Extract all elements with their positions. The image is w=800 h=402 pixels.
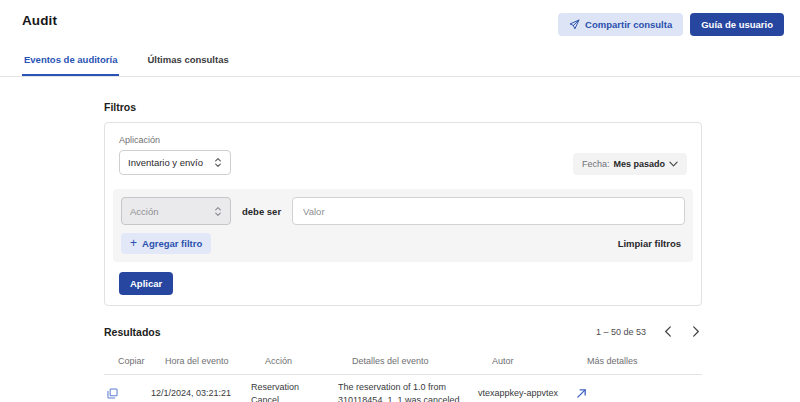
column-header-author: Autor xyxy=(492,356,587,366)
application-label: Aplicación xyxy=(119,135,231,145)
column-header-action: Acción xyxy=(265,356,352,366)
pagination-next-button[interactable] xyxy=(690,324,702,339)
event-details: The reservation of 1.0 from 310118454_1_… xyxy=(338,381,478,402)
operator-label: debe ser xyxy=(242,206,281,217)
application-select-value: Inventario y envío xyxy=(128,157,203,168)
copy-icon xyxy=(107,388,118,399)
page-title: Audit xyxy=(22,13,57,28)
date-filter-value: Mes pasado xyxy=(613,159,665,169)
more-details-button[interactable] xyxy=(576,388,587,399)
external-arrow-icon xyxy=(576,388,587,399)
table-row: 12/1/2024, 03:21:21 Reservation Cancel T… xyxy=(104,375,702,402)
event-action: Reservation Cancel xyxy=(251,381,338,402)
column-header-time: Hora del evento xyxy=(165,356,265,366)
action-select[interactable]: Acción xyxy=(121,197,231,225)
results-heading: Resultados xyxy=(104,326,161,338)
add-filter-label: Agregar filtro xyxy=(142,238,202,249)
clear-filters-link[interactable]: Limpiar filtros xyxy=(618,238,685,249)
tab-last-queries[interactable]: Últimas consultas xyxy=(145,48,230,76)
column-header-more-details: Más detalles xyxy=(587,356,701,366)
date-filter-label: Fecha: xyxy=(582,159,610,169)
pagination-prev-button[interactable] xyxy=(662,324,674,339)
table-header-row: Copiar Hora del evento Acción Detalles d… xyxy=(104,352,702,375)
plus-icon: + xyxy=(130,239,137,248)
event-time: 12/1/2024, 03:21:21 xyxy=(151,387,251,400)
share-query-button[interactable]: Compartir consulta xyxy=(558,13,683,36)
chevron-down-icon xyxy=(669,161,678,167)
apply-label: Aplicar xyxy=(130,278,162,289)
tab-audit-events[interactable]: Eventos de auditoría xyxy=(22,48,119,76)
date-filter-dropdown[interactable]: Fecha: Mes pasado xyxy=(573,153,687,175)
send-icon xyxy=(569,19,580,30)
apply-button[interactable]: Aplicar xyxy=(119,272,173,295)
event-author: vtexappkey-appvtex xyxy=(478,387,573,400)
action-select-placeholder: Acción xyxy=(130,206,159,217)
add-filter-button[interactable]: + Agregar filtro xyxy=(121,233,211,254)
tab-bar: Eventos de auditoría Últimas consultas xyxy=(0,48,800,77)
column-header-copy: Copiar xyxy=(118,356,165,366)
application-select[interactable]: Inventario y envío xyxy=(119,150,231,175)
copy-button[interactable] xyxy=(107,388,118,399)
topbar-actions: Compartir consulta Guía de usuario xyxy=(558,13,784,36)
share-query-label: Compartir consulta xyxy=(585,19,672,30)
top-bar: Audit Compartir consulta Guía de usuario xyxy=(0,0,800,36)
application-field: Aplicación Inventario y envío xyxy=(119,135,231,175)
user-guide-button[interactable]: Guía de usuario xyxy=(690,13,784,36)
value-input[interactable] xyxy=(292,197,685,225)
results-table: Copiar Hora del evento Acción Detalles d… xyxy=(104,352,702,402)
select-caret-icon xyxy=(214,206,222,217)
filters-heading: Filtros xyxy=(104,101,702,113)
filter-condition-box: Acción debe ser + Agregar filtro Limpiar… xyxy=(113,189,693,262)
pagination-range: 1 – 50 de 53 xyxy=(596,327,646,337)
select-caret-icon xyxy=(214,157,222,168)
pagination: 1 – 50 de 53 xyxy=(596,324,702,339)
filters-panel: Aplicación Inventario y envío Fecha: Mes… xyxy=(104,122,702,306)
column-header-details: Detalles del evento xyxy=(352,356,492,366)
user-guide-label: Guía de usuario xyxy=(701,19,773,30)
